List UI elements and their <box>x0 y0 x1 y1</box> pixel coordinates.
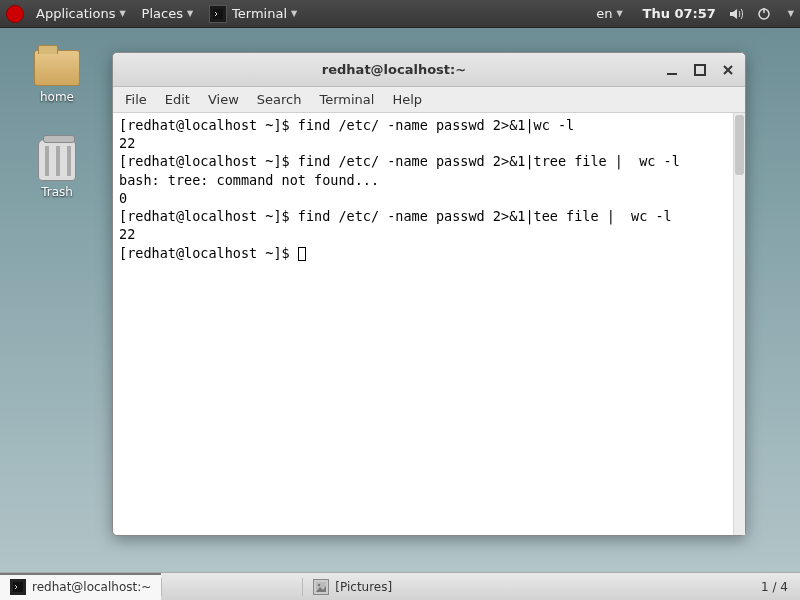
svg-point-7 <box>318 583 320 585</box>
svg-rect-4 <box>695 65 705 75</box>
chevron-down-icon: ▼ <box>187 9 193 18</box>
input-language-indicator[interactable]: en ▼ <box>588 6 630 21</box>
menu-view[interactable]: View <box>208 92 239 107</box>
terminal-content[interactable]: [redhat@localhost ~]$ find /etc/ -name p… <box>113 113 733 535</box>
scrollbar-thumb[interactable] <box>735 115 744 175</box>
language-label: en <box>596 6 612 21</box>
terminal-line: 0 <box>119 190 127 206</box>
menu-terminal[interactable]: Terminal <box>319 92 374 107</box>
window-menubar: File Edit View Search Terminal Help <box>113 87 745 113</box>
close-button[interactable] <box>721 63 735 77</box>
terminal-scrollbar[interactable] <box>733 113 745 535</box>
menu-file[interactable]: File <box>125 92 147 107</box>
workspace-label: 1 / 4 <box>761 580 788 594</box>
desktop-icon-trash[interactable]: Trash <box>25 139 89 199</box>
desktop-icon-home[interactable]: home <box>25 50 89 104</box>
taskbar-item-label: [Pictures] <box>335 580 392 594</box>
window-controls <box>665 63 735 77</box>
active-app-label: Terminal <box>232 6 287 21</box>
chevron-down-icon: ▼ <box>119 9 125 18</box>
terminal-line: 22 <box>119 135 135 151</box>
workspace-indicator[interactable]: 1 / 4 <box>749 580 800 594</box>
terminal-cursor <box>298 247 306 261</box>
active-app-menu[interactable]: Terminal ▼ <box>201 0 305 27</box>
desktop-icons: home Trash <box>25 50 89 199</box>
menu-edit[interactable]: Edit <box>165 92 190 107</box>
applications-label: Applications <box>36 6 115 21</box>
taskbar-item-pictures[interactable]: [Pictures] <box>303 573 402 600</box>
volume-icon[interactable] <box>728 6 744 22</box>
chevron-down-icon: ▼ <box>616 9 622 18</box>
terminal-body: [redhat@localhost ~]$ find /etc/ -name p… <box>113 113 745 535</box>
window-titlebar[interactable]: redhat@localhost:~ <box>113 53 745 87</box>
trash-icon <box>38 139 76 181</box>
applications-menu[interactable]: Applications ▼ <box>28 0 134 27</box>
clock-label[interactable]: Thu 07:57 <box>643 6 716 21</box>
distro-logo-icon <box>6 5 24 23</box>
chevron-down-icon: ▼ <box>788 9 794 18</box>
terminal-prompt: [redhat@localhost ~]$ <box>119 245 298 261</box>
terminal-window: redhat@localhost:~ File Edit View Search… <box>112 52 746 536</box>
terminal-line: [redhat@localhost ~]$ find /etc/ -name p… <box>119 153 680 169</box>
terminal-line: [redhat@localhost ~]$ find /etc/ -name p… <box>119 208 672 224</box>
terminal-line: [redhat@localhost ~]$ find /etc/ -name p… <box>119 117 574 133</box>
svg-rect-0 <box>213 9 223 19</box>
menu-search[interactable]: Search <box>257 92 302 107</box>
top-right-status: en ▼ Thu 07:57 ▼ <box>588 6 794 22</box>
taskbar-separator <box>161 578 162 596</box>
terminal-line: bash: tree: command not found... <box>119 172 379 188</box>
terminal-icon <box>209 5 227 23</box>
svg-rect-5 <box>13 582 23 592</box>
desktop-icon-label: home <box>40 90 74 104</box>
minimize-button[interactable] <box>665 63 679 77</box>
taskbar-item-label: redhat@localhost:~ <box>32 580 151 594</box>
power-icon[interactable] <box>756 6 772 22</box>
folder-icon <box>34 50 80 86</box>
terminal-line: 22 <box>119 226 135 242</box>
taskbar-item-terminal[interactable]: redhat@localhost:~ <box>0 573 161 600</box>
terminal-icon <box>10 579 26 595</box>
chevron-down-icon: ▼ <box>291 9 297 18</box>
places-label: Places <box>142 6 183 21</box>
desktop-icon-label: Trash <box>41 185 73 199</box>
window-title: redhat@localhost:~ <box>123 62 665 77</box>
bottom-taskbar: redhat@localhost:~ [Pictures] 1 / 4 <box>0 572 800 600</box>
places-menu[interactable]: Places ▼ <box>134 0 202 27</box>
menu-help[interactable]: Help <box>392 92 422 107</box>
top-panel: Applications ▼ Places ▼ Terminal ▼ en ▼ … <box>0 0 800 28</box>
maximize-button[interactable] <box>693 63 707 77</box>
folder-icon <box>313 579 329 595</box>
